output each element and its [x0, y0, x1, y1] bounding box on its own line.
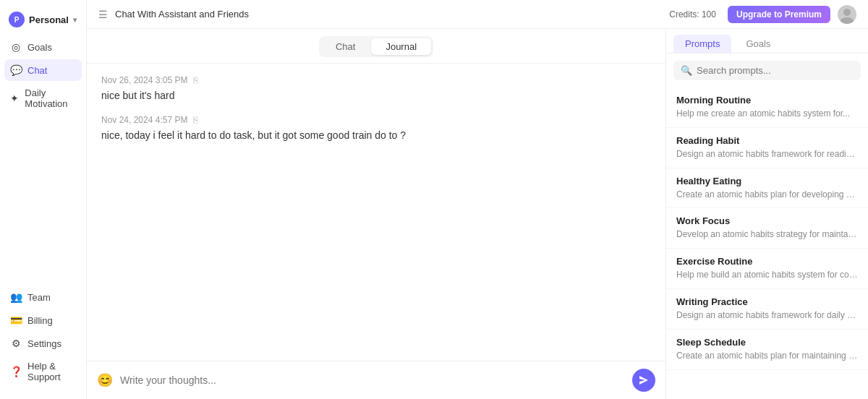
prompt-item-morning-routine[interactable]: Morning Routine Help me create an atomic…	[666, 87, 868, 128]
avatar[interactable]	[838, 5, 856, 24]
sidebar: P Personal ▾ ◎ Goals 💬 Chat ✦ Daily Moti…	[0, 0, 87, 399]
copy-icon-1[interactable]: ⎘	[193, 75, 198, 85]
sidebar-label-team: Team	[27, 292, 51, 303]
prompt-desc: Design an atomic habits framework for da…	[676, 309, 858, 322]
message-meta-1: Nov 26, 2024 3:05 PM ⎘	[101, 75, 651, 85]
prompt-title: Reading Habit	[676, 135, 858, 146]
workspace-name: Personal	[29, 14, 69, 25]
search-input-wrap: 🔍	[673, 61, 861, 80]
chat-icon: 💬	[10, 64, 22, 76]
chat-messages: Nov 26, 2024 3:05 PM ⎘ nice but it's har…	[87, 64, 665, 361]
copy-icon-2[interactable]: ⎘	[193, 115, 198, 125]
chevron-down-icon: ▾	[73, 16, 77, 24]
prompt-title: Writing Practice	[676, 296, 858, 307]
sidebar-nav: ◎ Goals 💬 Chat ✦ Daily Motivation	[0, 36, 86, 286]
input-bar: 😊	[87, 361, 665, 399]
prompt-title: Exercise Routine	[676, 256, 858, 267]
tab-group: Chat Journal	[319, 36, 433, 57]
sidebar-label-motivation: Daily Motivation	[25, 87, 76, 109]
workspace-selector[interactable]: P Personal ▾	[0, 6, 86, 36]
prompt-title: Healthy Eating	[676, 176, 858, 186]
search-icon: 🔍	[681, 65, 692, 76]
sidebar-label-billing: Billing	[27, 315, 53, 326]
message-timestamp-1: Nov 26, 2024 3:05 PM	[101, 75, 187, 85]
sidebar-label-chat: Chat	[27, 65, 47, 76]
prompt-title: Morning Routine	[676, 95, 858, 106]
message-timestamp-2: Nov 24, 2024 4:57 PM	[101, 115, 187, 125]
right-tab-prompts[interactable]: Prompts	[673, 35, 731, 53]
sidebar-item-goals[interactable]: ◎ Goals	[4, 36, 82, 58]
sidebar-item-help[interactable]: ❓ Help & Support	[4, 356, 82, 387]
goals-icon: ◎	[10, 41, 22, 53]
sidebar-label-goals: Goals	[27, 42, 52, 53]
message-group-2: Nov 24, 2024 4:57 PM ⎘ nice, today i fee…	[101, 115, 651, 143]
tab-journal[interactable]: Journal	[371, 38, 431, 55]
prompt-item-reading-habit[interactable]: Reading Habit Design an atomic habits fr…	[666, 128, 868, 168]
workspace-avatar: P	[9, 12, 25, 27]
sidebar-item-billing[interactable]: 💳 Billing	[4, 309, 82, 331]
billing-icon: 💳	[10, 314, 22, 326]
message-input[interactable]	[120, 374, 625, 386]
prompt-desc: Help me build an atomic habits system fo…	[676, 269, 858, 281]
send-button[interactable]	[632, 369, 655, 392]
tab-chat[interactable]: Chat	[321, 38, 370, 55]
prompt-desc: Create an atomic habits plan for maintai…	[676, 350, 858, 362]
prompt-title: Work Focus	[676, 215, 858, 226]
message-group: Nov 26, 2024 3:05 PM ⎘ nice but it's har…	[101, 75, 651, 103]
prompt-item-healthy-eating[interactable]: Healthy Eating Create an atomic habits p…	[666, 168, 868, 209]
search-bar: 🔍	[666, 53, 868, 85]
message-text-1: nice but it's hard	[101, 88, 651, 103]
search-input[interactable]	[697, 65, 854, 76]
prompt-item-work-focus[interactable]: Work Focus Develop an atomic habits stra…	[666, 208, 868, 249]
message-meta-2: Nov 24, 2024 4:57 PM ⎘	[101, 115, 651, 125]
credits-value: 100	[702, 9, 716, 20]
prompt-desc: Help me create an atomic habits system f…	[676, 108, 858, 120]
motivation-icon: ✦	[10, 93, 19, 104]
sidebar-item-team[interactable]: 👥 Team	[4, 286, 82, 308]
sidebar-toggle-icon[interactable]: ☰	[98, 9, 108, 20]
upgrade-button[interactable]: Upgrade to Premium	[728, 6, 830, 23]
header-title: Chat With Assistant and Friends	[115, 9, 662, 20]
right-tab-goals[interactable]: Goals	[734, 35, 782, 53]
prompts-list: Morning Routine Help me create an atomic…	[666, 85, 868, 399]
sidebar-item-settings[interactable]: ⚙ Settings	[4, 332, 82, 354]
sidebar-bottom: 👥 Team 💳 Billing ⚙ Settings ❓ Help & Sup…	[0, 286, 86, 393]
svg-point-0	[843, 9, 851, 16]
right-panel: Prompts Goals 🔍 Morning Routine Help me …	[665, 29, 868, 399]
prompt-desc: Develop an atomic habits strategy for ma…	[676, 228, 858, 241]
message-text-2: nice, today i feel it hard to do task, b…	[101, 128, 651, 143]
main-area: Chat Journal Nov 26, 2024 3:05 PM ⎘ nice…	[87, 29, 665, 399]
prompt-item-writing-practice[interactable]: Writing Practice Design an atomic habits…	[666, 289, 868, 330]
help-icon: ❓	[10, 366, 22, 377]
prompt-item-exercise-routine[interactable]: Exercise Routine Help me build an atomic…	[666, 249, 868, 289]
prompt-item-sleep-schedule[interactable]: Sleep Schedule Create an atomic habits p…	[666, 330, 868, 370]
emoji-button[interactable]: 😊	[97, 372, 113, 388]
sidebar-item-chat[interactable]: 💬 Chat	[4, 59, 82, 81]
settings-icon: ⚙	[10, 338, 22, 349]
prompt-desc: Design an atomic habits framework for re…	[676, 148, 858, 160]
header: ☰ Chat With Assistant and Friends Credit…	[87, 0, 868, 29]
sidebar-label-settings: Settings	[27, 338, 61, 349]
credits-label: Credits: 100	[669, 9, 716, 20]
right-panel-tabs: Prompts Goals	[666, 29, 868, 53]
team-icon: 👥	[10, 291, 22, 303]
sidebar-item-daily-motivation[interactable]: ✦ Daily Motivation	[4, 82, 82, 114]
svg-point-1	[841, 17, 854, 24]
tab-bar: Chat Journal	[87, 29, 665, 64]
prompt-desc: Create an atomic habits plan for develop…	[676, 189, 858, 201]
sidebar-label-help: Help & Support	[27, 361, 76, 382]
prompt-title: Sleep Schedule	[676, 337, 858, 348]
